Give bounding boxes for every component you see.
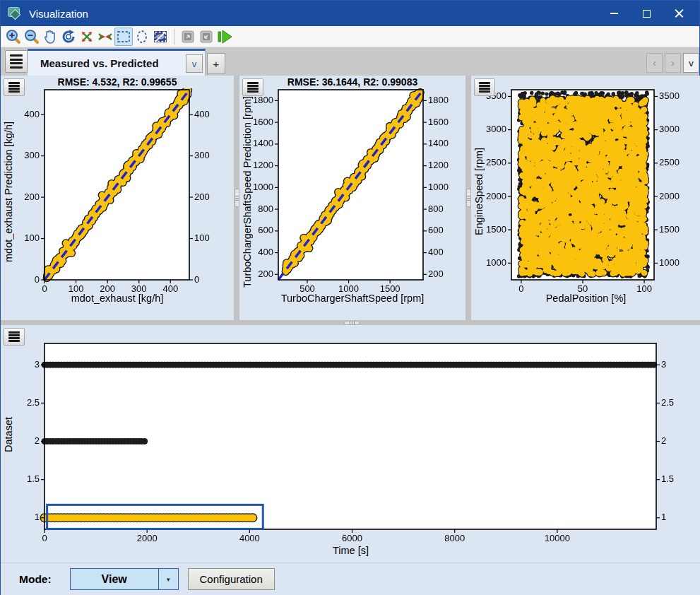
plot-menu-button[interactable] <box>4 78 25 96</box>
run-icon <box>216 29 233 45</box>
dataset-timeline-plot[interactable] <box>1 325 700 544</box>
collapse-axes-button[interactable] <box>96 28 114 46</box>
add-tab-button[interactable]: + <box>207 53 225 74</box>
view-mode-button[interactable]: View <box>70 568 159 590</box>
zoom-out-icon <box>24 29 40 45</box>
hamburger-icon <box>8 81 20 94</box>
chevron-down-icon: ▾ <box>167 576 170 583</box>
maximize-subplot-icon <box>180 29 196 45</box>
maximize-button[interactable] <box>630 1 663 26</box>
pan-hand-icon <box>42 29 58 45</box>
plot-title: RMSE: 4.532, R2: 0.99655 <box>1 76 234 88</box>
scatter-plot-mdot-exhaust[interactable] <box>1 88 234 295</box>
plot-panel-turbocharger: RMSE: 36.1644, R2: 0.99083 TurboChargerS… <box>239 76 465 320</box>
tab-dropdown-button[interactable]: v <box>186 54 203 73</box>
zoom-out-button[interactable] <box>23 28 41 46</box>
restore-subplot-icon <box>198 29 214 45</box>
expand-axes-icon <box>79 29 95 45</box>
hide-selection-icon <box>153 29 168 45</box>
visualization-window: Visualization <box>0 0 700 595</box>
dataset-plot-panel: Dataset Time [s] <box>1 325 700 562</box>
configuration-mode-button[interactable]: Configuration <box>188 568 275 590</box>
view-mode-dropdown-button[interactable]: ▾ <box>159 568 179 590</box>
toolbar <box>1 26 699 47</box>
close-button[interactable] <box>663 1 695 26</box>
rotate-3d-icon <box>61 29 76 45</box>
splitter-grip <box>344 321 360 325</box>
restore-subplot-button[interactable] <box>197 28 215 46</box>
plot-x-axis-label: TurboChargerShaftSpeed [rpm] <box>239 293 465 307</box>
tab-menu-button[interactable] <box>5 50 28 73</box>
toolbar-separator <box>174 29 174 45</box>
collapse-axes-icon <box>97 29 113 45</box>
ellipse-select-icon <box>134 29 150 45</box>
vertical-splitter[interactable] <box>465 76 471 320</box>
hamburger-icon <box>8 331 20 343</box>
hamburger-icon <box>479 81 490 94</box>
scatter-plot-turbocharger[interactable] <box>239 88 465 295</box>
pan-button[interactable] <box>41 28 59 46</box>
minimize-button[interactable] <box>598 1 630 26</box>
plot-menu-button[interactable] <box>474 78 495 96</box>
plot-menu-button[interactable] <box>4 328 25 346</box>
rotate-3d-button[interactable] <box>59 28 78 46</box>
hamburger-icon <box>247 81 259 94</box>
tab-measured-vs-predicted[interactable]: Measured vs. Predicted <box>28 49 206 76</box>
top-plot-region: RMSE: 4.532, R2: 0.99655 mdot_exhaust Pr… <box>1 76 700 320</box>
splitter-grip <box>466 189 471 207</box>
horizontal-splitter[interactable] <box>1 320 700 325</box>
mode-label: Mode: <box>19 573 52 586</box>
active-tab-label: Measured vs. Predicted <box>40 57 159 69</box>
close-icon <box>675 9 684 18</box>
scatter-plot-enginespeed[interactable] <box>471 88 700 295</box>
hide-selection-button[interactable] <box>151 28 170 46</box>
mode-bar: Mode: View ▾ Configuration <box>1 562 700 595</box>
maximize-subplot-button[interactable] <box>179 28 197 46</box>
rectangle-select-button[interactable] <box>114 28 133 46</box>
zoom-in-button[interactable] <box>4 28 23 46</box>
minimize-icon <box>610 13 618 14</box>
plot-x-axis-label: Time [s] <box>1 545 700 559</box>
zoom-in-icon <box>6 29 21 45</box>
plot-x-axis-label: PedalPosition [%] <box>471 293 700 307</box>
plot-menu-button[interactable] <box>242 78 263 96</box>
splitter-grip <box>235 189 239 207</box>
tabbar: Measured vs. Predicted v + ‹ › v <box>1 47 699 76</box>
ellipse-select-button[interactable] <box>133 28 151 46</box>
run-button[interactable] <box>215 28 234 46</box>
plot-title <box>471 76 700 88</box>
tab-nav-prev-button[interactable]: ‹ <box>646 53 663 73</box>
plot-panel-enginespeed: EngineSpeed [rpm] PedalPosition [%] <box>471 76 700 320</box>
plot-x-axis-label: mdot_exhaust [kg/h] <box>1 293 234 307</box>
plot-title: RMSE: 36.1644, R2: 0.99083 <box>239 76 465 88</box>
titlebar[interactable]: Visualization <box>1 1 699 26</box>
expand-axes-button[interactable] <box>78 28 96 46</box>
app-icon <box>7 6 23 21</box>
window-title: Visualization <box>29 8 88 20</box>
rectangle-select-icon <box>116 29 131 45</box>
vertical-splitter[interactable] <box>234 76 239 320</box>
tab-nav-next-button[interactable]: › <box>665 53 681 73</box>
tab-list-button[interactable]: v <box>683 53 699 73</box>
plot-panel-mdot-exhaust: RMSE: 4.532, R2: 0.99655 mdot_exhaust Pr… <box>1 76 234 320</box>
maximize-icon <box>643 10 651 18</box>
hamburger-icon <box>10 53 23 71</box>
